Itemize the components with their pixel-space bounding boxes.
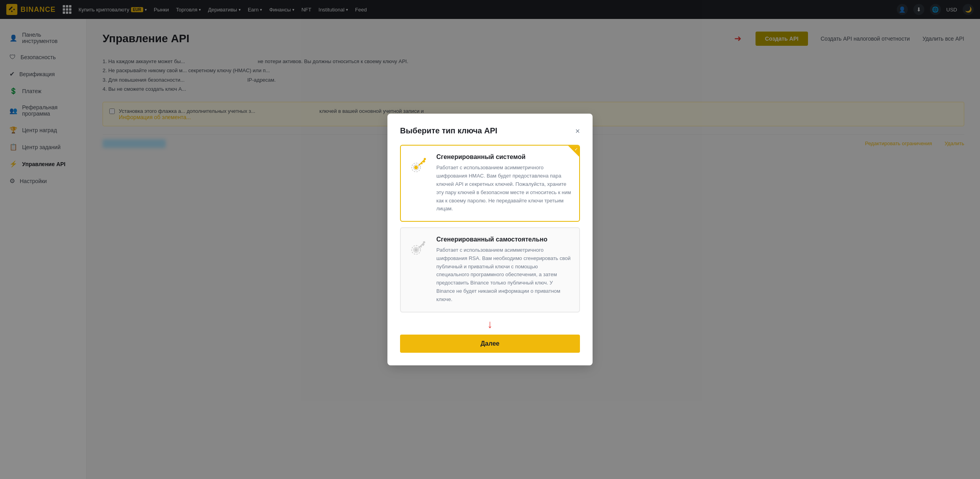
- option2-title: Сгенерированный самостоятельно: [436, 236, 572, 243]
- modal-header: Выберите тип ключа API ×: [400, 126, 580, 135]
- arrow-down-next-indicator: ↓: [400, 318, 580, 331]
- modal-overlay[interactable]: Выберите тип ключа API × ✓ Сгене: [0, 0, 980, 479]
- modal-close-button[interactable]: ×: [575, 127, 580, 135]
- option1-content: Сгенерированный системой Работает с испо…: [436, 153, 572, 213]
- option2-content: Сгенерированный самостоятельно Работает …: [436, 236, 572, 304]
- option2-desc: Работает с использованием асимметричного…: [436, 246, 572, 304]
- svg-point-6: [424, 158, 426, 161]
- checkmark-icon: ✓: [574, 147, 578, 152]
- system-key-icon: [408, 153, 430, 176]
- option-self-generated[interactable]: Сгенерированный самостоятельно Работает …: [400, 227, 580, 312]
- option-system-generated[interactable]: ✓ Сгенерированный системой Работает с ис…: [400, 145, 580, 222]
- option1-title: Сгенерированный системой: [436, 153, 572, 161]
- modal-title: Выберите тип ключа API: [400, 126, 497, 135]
- next-button[interactable]: Далее: [400, 335, 580, 353]
- option1-desc: Работает с использованием асимметричного…: [436, 164, 572, 213]
- svg-point-9: [414, 248, 418, 252]
- self-key-icon: [408, 236, 430, 258]
- api-type-modal: Выберите тип ключа API × ✓ Сгене: [387, 114, 593, 365]
- svg-point-3: [414, 166, 418, 169]
- svg-point-12: [423, 241, 425, 243]
